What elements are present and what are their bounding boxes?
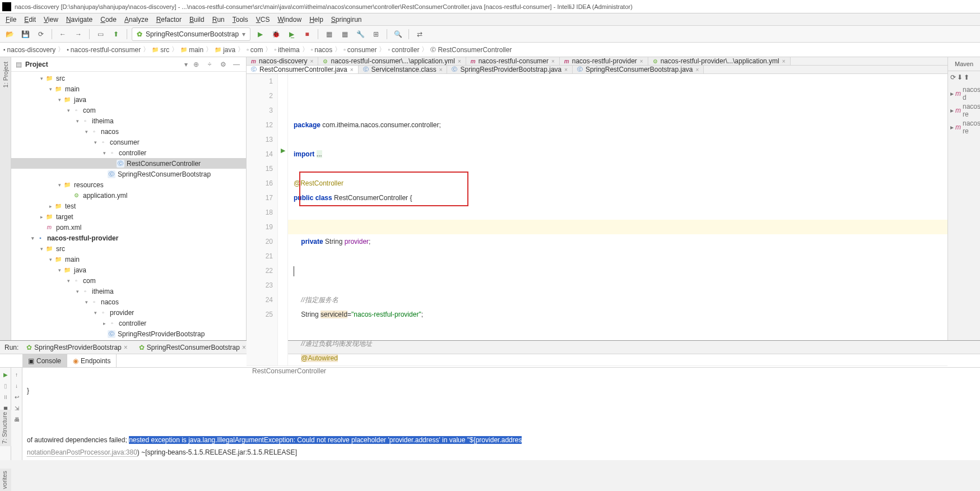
- tree-node[interactable]: ▾📁resources: [11, 179, 246, 190]
- tree-node[interactable]: mpom.xml: [11, 222, 246, 233]
- close-icon[interactable]: ×: [551, 58, 555, 64]
- subtab-console[interactable]: ▣ Console: [22, 354, 67, 367]
- coverage-icon[interactable]: ▶̲: [285, 28, 298, 40]
- breadcrumb-item[interactable]: ▪ nacos-restful-consumer: [67, 46, 141, 54]
- wrap-icon[interactable]: ↩: [12, 392, 21, 401]
- collapse-icon[interactable]: ÷: [205, 61, 215, 68]
- breadcrumb-item[interactable]: 📁 main: [180, 46, 203, 54]
- debug-icon[interactable]: 🐞: [270, 28, 282, 40]
- menu-analyze[interactable]: Analyze: [121, 15, 152, 25]
- breadcrumb-item[interactable]: ▫ consumer: [343, 46, 377, 54]
- close-icon[interactable]: ×: [124, 344, 128, 351]
- stack-link[interactable]: notationBeanPostProcessor.java:380: [27, 448, 137, 457]
- breadcrumb-item[interactable]: ▫ com: [247, 46, 263, 54]
- gear-icon[interactable]: ⚙: [218, 61, 228, 68]
- back-icon[interactable]: ←: [57, 28, 69, 40]
- breadcrumb-item[interactable]: ▫ itheima: [274, 46, 299, 54]
- print-icon[interactable]: 🖶: [12, 415, 21, 424]
- menu-view[interactable]: View: [40, 15, 62, 25]
- breadcrumb-item[interactable]: 📁 src: [152, 46, 169, 54]
- refresh-icon[interactable]: ⟳: [950, 73, 956, 81]
- menu-window[interactable]: Window: [274, 15, 305, 25]
- menu-navigate[interactable]: Navigate: [63, 15, 96, 25]
- menu-refactor[interactable]: Refactor: [153, 15, 185, 25]
- locate-icon[interactable]: ⊕: [191, 61, 201, 68]
- tree-node[interactable]: ▾▫controller: [11, 147, 246, 158]
- tool2-icon[interactable]: ▦: [338, 28, 351, 40]
- close-icon[interactable]: ×: [350, 67, 354, 73]
- close-icon[interactable]: ×: [458, 58, 461, 64]
- tree-node[interactable]: ▸▫controller: [11, 318, 246, 328]
- breadcrumb-item[interactable]: ▪ nacos-discovery: [3, 46, 55, 54]
- chevron-down-icon[interactable]: ▾: [184, 61, 188, 68]
- editor-tab[interactable]: mnacos-restful-consumer×: [466, 57, 560, 65]
- stop-icon[interactable]: ■: [301, 28, 313, 40]
- tree-node[interactable]: ▾📁main: [11, 254, 246, 265]
- close-icon[interactable]: ×: [242, 344, 246, 351]
- menu-file[interactable]: File: [2, 15, 20, 25]
- search-icon[interactable]: 🔍: [392, 28, 404, 40]
- console-output[interactable]: } of autowired dependencies failed; nest…: [22, 368, 980, 460]
- editor-tab[interactable]: ⚙nacos-restful-consumer\...\application.…: [318, 57, 466, 65]
- project-tree[interactable]: ▾📁src▾📁main▾📁java▾▫com▾▫itheima▾▫nacos▾▫…: [11, 72, 246, 340]
- editor-tab[interactable]: ⒸSpringRestProviderBootstrap.java×: [447, 66, 573, 73]
- sidebar-tab-structure[interactable]: 7: Structure: [0, 410, 9, 446]
- menu-springirun[interactable]: Springirun: [328, 15, 365, 25]
- editor-tab[interactable]: ⒸServiceInstance.class×: [359, 66, 448, 73]
- run-tab-provider[interactable]: ✿ SpringRestProviderBootstrap ×: [23, 342, 131, 353]
- menu-vcs[interactable]: VCS: [253, 15, 273, 25]
- rerun-icon[interactable]: ▶: [1, 370, 10, 379]
- tree-node[interactable]: ▾▪nacos-restful-provider: [11, 233, 246, 243]
- toggle-icon[interactable]: ⇄: [414, 28, 426, 40]
- dl-icon[interactable]: ⬇: [957, 73, 963, 81]
- tree-node[interactable]: ▾▫itheima: [11, 286, 246, 297]
- tree-node[interactable]: ▸📁target: [11, 211, 246, 222]
- run-icon[interactable]: ▶: [254, 28, 266, 40]
- select-run-icon[interactable]: ▭: [94, 28, 106, 40]
- open-icon[interactable]: 📂: [3, 28, 16, 40]
- close-icon[interactable]: ×: [640, 58, 643, 64]
- breadcrumb-item[interactable]: Ⓒ RestConsumerController: [430, 46, 512, 54]
- run-gutter-icon[interactable]: ▶: [278, 147, 287, 154]
- tree-node[interactable]: ⚙application.yml: [11, 190, 246, 201]
- breadcrumb-item[interactable]: 📁 java: [215, 46, 235, 54]
- close-icon[interactable]: ×: [564, 67, 568, 73]
- editor-tab[interactable]: ⒸRestConsumerController.java×: [247, 66, 359, 73]
- tree-node[interactable]: ▾📁java: [11, 265, 246, 275]
- editor-tab[interactable]: ⚙nacos-restful-provider\...\application.…: [648, 57, 791, 65]
- subtab-endpoints[interactable]: ◉ Endpoints: [67, 354, 117, 367]
- close-icon[interactable]: ×: [310, 58, 314, 64]
- sync-icon[interactable]: ⟳: [35, 28, 47, 40]
- maven-node[interactable]: ▸mnacos-re: [950, 119, 978, 135]
- editor-tab[interactable]: mnacos-discovery×: [247, 57, 318, 65]
- sidebar-tab-maven[interactable]: Maven: [948, 57, 980, 71]
- breadcrumb-item[interactable]: ▫ controller: [388, 46, 419, 54]
- menu-run[interactable]: Run: [209, 15, 228, 25]
- tool1-icon[interactable]: ▦: [323, 28, 335, 40]
- close-icon[interactable]: ×: [782, 58, 786, 64]
- sidebar-tab-project[interactable]: 1: Project: [2, 59, 9, 90]
- tree-node[interactable]: ▾▫itheima: [11, 115, 246, 126]
- tree-node[interactable]: ▾📁src: [11, 243, 246, 254]
- sidebar-tab-favorites[interactable]: vorites: [0, 469, 9, 491]
- breadcrumb-item[interactable]: ▫ nacos: [311, 46, 333, 54]
- scroll-icon[interactable]: ⇲: [12, 404, 21, 413]
- tree-node[interactable]: ▾📁main: [11, 84, 246, 94]
- close-icon[interactable]: ×: [439, 67, 443, 73]
- up-icon[interactable]: ⬆: [964, 73, 969, 81]
- tree-node[interactable]: ▸📁test: [11, 201, 246, 211]
- menu-edit[interactable]: Edit: [21, 15, 39, 25]
- tree-node[interactable]: ▾▫consumer: [11, 137, 246, 147]
- save-icon[interactable]: 💾: [19, 28, 31, 40]
- tree-node[interactable]: ▾▫nacos: [11, 297, 246, 307]
- forward-icon[interactable]: →: [72, 28, 85, 40]
- wrench-icon[interactable]: 🔧: [354, 28, 366, 40]
- tree-node[interactable]: ⒸSpringRestConsumerBootstrap: [11, 169, 246, 179]
- tree-node[interactable]: ▾▫provider: [11, 307, 246, 318]
- hide-icon[interactable]: —: [231, 61, 241, 68]
- code-body[interactable]: package com.itheima.nacos.consumer.contr…: [288, 74, 948, 365]
- build-icon[interactable]: ⬆: [110, 28, 122, 40]
- tool3-icon[interactable]: ⊞: [370, 28, 382, 40]
- menu-tools[interactable]: Tools: [229, 15, 252, 25]
- tree-node[interactable]: ▾▫com: [11, 105, 246, 115]
